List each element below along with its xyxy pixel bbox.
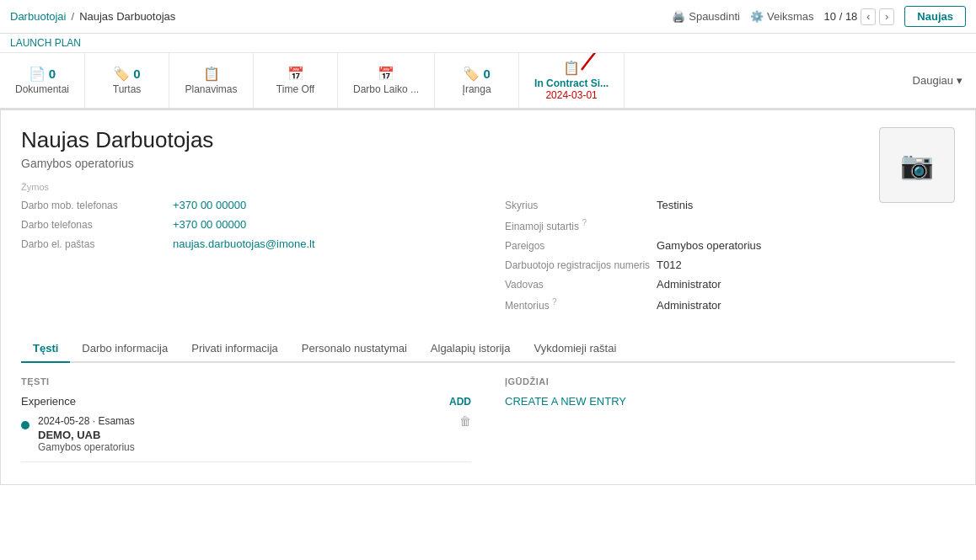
tab-algalapiu[interactable]: Algalapių istorija bbox=[419, 335, 523, 363]
next-button[interactable]: › bbox=[879, 8, 894, 25]
contract-icon: 📋 bbox=[563, 60, 580, 76]
smart-btn-turtas[interactable]: 🏷️ 0 Turtas bbox=[85, 53, 169, 108]
mob-phone-label: Darbo mob. telefonas bbox=[21, 200, 173, 211]
iranga-count: 0 bbox=[483, 67, 490, 81]
tooltip-icon-mentorius: ? bbox=[552, 297, 557, 307]
printer-icon: 🖨️ bbox=[672, 10, 685, 23]
smart-btn-iranga[interactable]: 🏷️ 0 Įranga bbox=[435, 53, 519, 108]
avatar[interactable]: 📷 bbox=[879, 127, 955, 203]
pareigos-value: Gamybos operatorius bbox=[657, 239, 761, 252]
pagination-text: 10 / 18 bbox=[824, 10, 858, 23]
iranga-label: Įranga bbox=[463, 83, 491, 95]
smart-buttons-row: 📄 0 Dokumentai 🏷️ 0 Turtas 📋 Planavimas … bbox=[0, 53, 976, 109]
tabs-row: Tęsti Darbo informacija Privati informac… bbox=[21, 335, 955, 363]
top-bar-right: 🖨️ Spausdinti ⚙️ Veiksmas 10 / 18 ‹ › Na… bbox=[672, 6, 966, 27]
equipment-icon: 🏷️ bbox=[463, 66, 480, 82]
tab-personalo[interactable]: Personalo nustatymai bbox=[290, 335, 419, 363]
main-content-area: 📷 Naujas Darbuotojas Gamybos operatorius… bbox=[0, 109, 976, 485]
workhours-icon: 📅 bbox=[378, 66, 394, 82]
planning-icon: 📋 bbox=[203, 66, 220, 82]
field-mob-phone: Darbo mob. telefonas +370 00 00000 bbox=[21, 199, 471, 211]
print-button[interactable]: 🖨️ Spausdinti bbox=[672, 10, 740, 23]
exp-company: DEMO, UAB bbox=[38, 429, 451, 441]
mentorius-label: Mentorius ? bbox=[505, 297, 657, 312]
tab-privati[interactable]: Privati informacija bbox=[180, 335, 290, 363]
exp-date-status: 2024-05-28 · Esamas bbox=[38, 414, 451, 427]
timeoff-label: Time Off bbox=[276, 83, 314, 95]
smart-btn-planavimas[interactable]: 📋 Planavimas bbox=[169, 53, 254, 108]
section-testi-title: TĘSTI bbox=[21, 376, 471, 387]
tags-label: Žymos bbox=[21, 182, 955, 192]
einamoji-label: Einamoji sutartis ? bbox=[505, 218, 657, 232]
more-label: Daugiau bbox=[913, 74, 953, 87]
field-vadovas: Vadovas Administrator bbox=[505, 278, 955, 291]
smart-btn-dokumentai[interactable]: 📄 0 Dokumentai bbox=[0, 53, 85, 108]
gear-icon: ⚙️ bbox=[750, 10, 764, 23]
smart-btn-darbolaiko[interactable]: 📅 Darbo Laiko ... bbox=[338, 53, 435, 108]
top-bar: Darbuotojai / Naujas Darbuotojas 🖨️ Spau… bbox=[0, 0, 976, 34]
work-email-label: Darbo el. paštas bbox=[21, 238, 173, 250]
breadcrumb-parent[interactable]: Darbuotojai bbox=[10, 10, 67, 23]
contract-title: In Contract Si... bbox=[534, 77, 609, 89]
tab-testi[interactable]: Tęsti bbox=[21, 335, 70, 363]
divider bbox=[21, 461, 471, 462]
tab-darbo[interactable]: Darbo informacija bbox=[70, 335, 180, 363]
turtas-label: Turtas bbox=[113, 83, 142, 95]
prev-button[interactable]: ‹ bbox=[861, 8, 876, 25]
mob-phone-value[interactable]: +370 00 00000 bbox=[173, 199, 246, 211]
field-reg-num: Darbuotojo registracijos numeris T012 bbox=[505, 259, 955, 271]
delete-experience-button[interactable]: 🗑 bbox=[459, 414, 471, 428]
calendar-icon: 📅 bbox=[287, 66, 304, 82]
field-work-email: Darbo el. paštas naujas.darbuotojas@imon… bbox=[21, 237, 471, 250]
fields-left: Darbo mob. telefonas +370 00 00000 Darbo… bbox=[21, 199, 471, 318]
smart-btn-timeoff[interactable]: 📅 Time Off bbox=[254, 53, 338, 108]
mentorius-value: Administrator bbox=[657, 299, 721, 312]
skyrius-label: Skyrius bbox=[505, 200, 657, 211]
tab-vykdomieji[interactable]: Vykdomieji raštai bbox=[523, 335, 629, 363]
camera-icon: 📷 bbox=[900, 149, 934, 181]
breadcrumb-current: Naujas Darbuotojas bbox=[79, 10, 175, 23]
pareigos-label: Pareigos bbox=[505, 240, 657, 252]
contract-date: 2024-03-01 bbox=[545, 89, 597, 101]
employee-fields: Darbo mob. telefonas +370 00 00000 Darbo… bbox=[21, 199, 955, 318]
field-mentorius: Mentorius ? Administrator bbox=[505, 297, 955, 312]
tooltip-icon-einamoji: ? bbox=[582, 218, 587, 227]
planavimas-label: Planavimas bbox=[185, 83, 238, 95]
breadcrumb-sep: / bbox=[72, 10, 75, 23]
section-igudžiai-title: ĮGŪDŽIAI bbox=[505, 376, 955, 387]
field-pareigos: Pareigos Gamybos operatorius bbox=[505, 239, 955, 252]
smart-btn-contract[interactable]: 📋 In Contract Si... 2024-03-01 bbox=[519, 53, 625, 108]
more-button[interactable]: Daugiau ▾ bbox=[899, 53, 976, 108]
field-work-phone: Darbo telefonas +370 00 00000 bbox=[21, 218, 471, 231]
reg-num-value: T012 bbox=[657, 259, 682, 271]
turtas-count: 0 bbox=[133, 67, 140, 81]
breadcrumb: Darbuotojai / Naujas Darbuotojas bbox=[10, 10, 175, 23]
employee-name: Naujas Darbuotojas bbox=[21, 127, 955, 153]
add-experience-button[interactable]: ADD bbox=[449, 396, 471, 408]
section-testi: TĘSTI Experience ADD 2024-05-28 · Esamas… bbox=[21, 376, 471, 471]
asset-icon: 🏷️ bbox=[113, 66, 130, 82]
print-label: Spausdinti bbox=[689, 10, 740, 23]
reg-num-label: Darbuotojo registracijos numeris bbox=[505, 259, 657, 271]
document-icon: 📄 bbox=[29, 66, 46, 82]
tab-content-testi: TĘSTI Experience ADD 2024-05-28 · Esamas… bbox=[21, 363, 955, 484]
experience-dot bbox=[21, 421, 29, 429]
vadovas-value: Administrator bbox=[657, 278, 721, 291]
work-phone-label: Darbo telefonas bbox=[21, 219, 173, 231]
work-phone-value[interactable]: +370 00 00000 bbox=[173, 218, 246, 231]
pagination: 10 / 18 ‹ › bbox=[824, 8, 895, 25]
create-new-entry-button[interactable]: CREATE A NEW ENTRY bbox=[505, 395, 955, 408]
experience-header: Experience ADD bbox=[21, 395, 471, 408]
launch-plan-bar[interactable]: LAUNCH PLAN bbox=[0, 34, 976, 53]
employee-title: Gamybos operatorius bbox=[21, 157, 955, 170]
new-button[interactable]: Naujas bbox=[904, 6, 966, 27]
work-email-value[interactable]: naujas.darbuotojas@imone.lt bbox=[173, 237, 315, 250]
action-button[interactable]: ⚙️ Veiksmas bbox=[750, 10, 814, 23]
section-igudžiai: ĮGŪDŽIAI CREATE A NEW ENTRY bbox=[505, 376, 955, 471]
experience-label: Experience bbox=[21, 395, 76, 408]
exp-role: Gamybos operatorius bbox=[38, 441, 451, 453]
employee-form: 📷 Naujas Darbuotojas Gamybos operatorius… bbox=[1, 110, 975, 484]
vadovas-label: Vadovas bbox=[505, 279, 657, 291]
experience-entry: 2024-05-28 · Esamas DEMO, UAB Gamybos op… bbox=[21, 414, 471, 453]
chevron-down-icon: ▾ bbox=[957, 74, 963, 87]
